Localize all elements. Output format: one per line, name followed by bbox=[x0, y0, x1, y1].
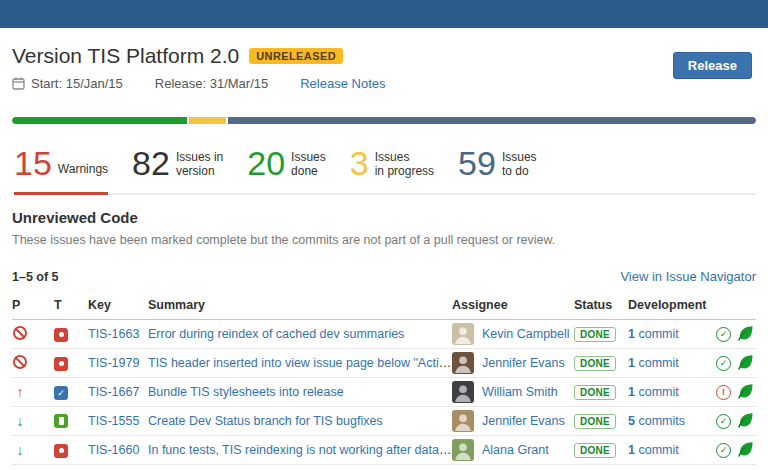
issue-summary-link[interactable]: Error during reindex of cached dev summa… bbox=[148, 327, 404, 341]
avatar bbox=[452, 410, 474, 432]
progress-inprogress-segment bbox=[189, 117, 226, 124]
col-header-assignee: Assignee bbox=[452, 292, 574, 320]
avatar bbox=[452, 439, 474, 461]
table-row: ↓ TIS-1555 Create Dev Status branch for … bbox=[12, 407, 756, 436]
build-error-icon: ! bbox=[716, 385, 731, 400]
status-badge: DONE bbox=[574, 443, 616, 458]
issue-key-link[interactable]: TIS-1663 bbox=[88, 327, 139, 341]
priority-major-icon: ↑ bbox=[17, 385, 24, 399]
priority-blocker-icon bbox=[13, 326, 27, 340]
version-progress-bar bbox=[12, 117, 756, 124]
page-title: Version TIS Platform 2.0 bbox=[12, 44, 239, 68]
issue-type-bug-icon bbox=[54, 357, 68, 371]
version-header: Version TIS Platform 2.0 UNRELEASED Rele… bbox=[12, 28, 756, 91]
build-success-icon: ✓ bbox=[716, 414, 731, 429]
pager-count: 1–5 of 5 bbox=[12, 270, 59, 284]
issue-type-story-icon bbox=[54, 414, 68, 428]
col-header-type: T bbox=[54, 292, 88, 320]
priority-blocker-icon bbox=[13, 355, 27, 369]
commits-link[interactable]: 1 commit bbox=[628, 385, 679, 399]
build-success-icon: ✓ bbox=[716, 327, 731, 342]
issue-key-link[interactable]: TIS-1660 bbox=[88, 443, 139, 457]
table-row: TIS-1663 Error during reindex of cached … bbox=[12, 320, 756, 349]
issues-done-count: 20 bbox=[247, 146, 285, 180]
table-row: ↑ TIS-1667 Bundle TIS stylesheets into r… bbox=[12, 378, 756, 407]
issues-in-version-count: 82 bbox=[132, 146, 170, 180]
col-header-priority: P bbox=[12, 292, 54, 320]
commits-link[interactable]: 1 commit bbox=[628, 443, 679, 457]
assignee-link[interactable]: Alana Grant bbox=[482, 443, 549, 457]
table-row: ↓ TIS-1660 In func tests, TIS reindexing… bbox=[12, 436, 756, 465]
stat-issues-to-do[interactable]: 59 Issues to do bbox=[458, 146, 537, 193]
issue-type-bug-icon bbox=[54, 328, 68, 342]
issues-to-do-count: 59 bbox=[458, 146, 496, 180]
view-in-issue-navigator-link[interactable]: View in Issue Navigator bbox=[620, 269, 756, 284]
issues-in-progress-label: Issues in progress bbox=[375, 146, 434, 179]
table-row: TIS-1979 TIS header inserted into view i… bbox=[12, 349, 756, 378]
app-top-bar bbox=[0, 0, 768, 28]
issues-in-version-label: Issues in version bbox=[176, 146, 223, 179]
progress-done-segment bbox=[12, 117, 187, 124]
build-success-icon: ✓ bbox=[716, 443, 731, 458]
table-header-row: P T Key Summary Assignee Status Developm… bbox=[12, 292, 756, 320]
stat-warnings[interactable]: 15 Warnings bbox=[14, 146, 108, 195]
unreleased-badge: UNRELEASED bbox=[249, 48, 343, 64]
review-leaf-icon bbox=[737, 412, 754, 431]
assignee-link[interactable]: Jennifer Evans bbox=[482, 414, 565, 428]
release-button[interactable]: Release bbox=[673, 52, 752, 79]
issue-key-link[interactable]: TIS-1667 bbox=[88, 385, 139, 399]
progress-todo-segment bbox=[228, 117, 756, 124]
warnings-label: Warnings bbox=[58, 146, 108, 176]
release-date: Release: 31/Mar/15 bbox=[155, 76, 268, 91]
start-date: Start: 15/Jan/15 bbox=[31, 76, 123, 91]
commits-link[interactable]: 5 commits bbox=[628, 414, 685, 428]
col-header-key: Key bbox=[88, 292, 148, 320]
assignee-link[interactable]: Kevin Campbell bbox=[482, 327, 570, 341]
col-header-status: Status bbox=[574, 292, 628, 320]
status-badge: DONE bbox=[574, 385, 616, 400]
review-leaf-icon bbox=[737, 354, 754, 373]
stats-row: 15 Warnings 82 Issues in version 20 Issu… bbox=[14, 146, 756, 195]
review-leaf-icon bbox=[737, 325, 754, 344]
issue-key-link[interactable]: TIS-1979 bbox=[88, 356, 139, 370]
issues-to-do-label: Issues to do bbox=[502, 146, 537, 179]
issue-summary-link[interactable]: In func tests, TIS reindexing is not wor… bbox=[148, 443, 452, 457]
issues-in-progress-count: 3 bbox=[350, 146, 369, 180]
assignee-link[interactable]: William Smith bbox=[482, 385, 558, 399]
status-badge: DONE bbox=[574, 414, 616, 429]
issue-type-task-icon bbox=[54, 386, 68, 400]
col-header-summary: Summary bbox=[148, 292, 452, 320]
col-header-development: Development bbox=[628, 292, 756, 320]
avatar bbox=[452, 381, 474, 403]
stat-issues-in-progress[interactable]: 3 Issues in progress bbox=[350, 146, 434, 193]
commits-link[interactable]: 1 commit bbox=[628, 327, 679, 341]
warnings-count: 15 bbox=[14, 146, 52, 180]
assignee-link[interactable]: Jennifer Evans bbox=[482, 356, 565, 370]
stat-issues-in-version[interactable]: 82 Issues in version bbox=[132, 146, 223, 193]
section-description: These issues have been marked complete b… bbox=[12, 233, 756, 247]
issues-done-label: Issues done bbox=[291, 146, 326, 179]
status-badge: DONE bbox=[574, 356, 616, 371]
priority-minor-icon: ↓ bbox=[17, 414, 24, 428]
issue-type-bug-icon bbox=[54, 444, 68, 458]
avatar bbox=[452, 323, 474, 345]
calendar-icon bbox=[12, 77, 25, 90]
priority-minor-icon: ↓ bbox=[17, 443, 24, 457]
build-success-icon: ✓ bbox=[716, 356, 731, 371]
issue-key-link[interactable]: TIS-1555 bbox=[88, 414, 139, 428]
section-title: Unreviewed Code bbox=[12, 209, 756, 226]
stat-issues-done[interactable]: 20 Issues done bbox=[247, 146, 326, 193]
review-leaf-icon bbox=[737, 441, 754, 460]
issue-summary-link[interactable]: TIS header inserted into view issue page… bbox=[148, 356, 452, 370]
commits-link[interactable]: 1 commit bbox=[628, 356, 679, 370]
review-leaf-icon bbox=[737, 383, 754, 402]
avatar bbox=[452, 352, 474, 374]
release-notes-link[interactable]: Release Notes bbox=[300, 76, 385, 91]
status-badge: DONE bbox=[574, 327, 616, 342]
issue-summary-link[interactable]: Bundle TIS stylesheets into release bbox=[148, 385, 344, 399]
unreviewed-code-table: P T Key Summary Assignee Status Developm… bbox=[12, 292, 756, 465]
issue-summary-link[interactable]: Create Dev Status branch for TIS bugfixe… bbox=[148, 414, 383, 428]
